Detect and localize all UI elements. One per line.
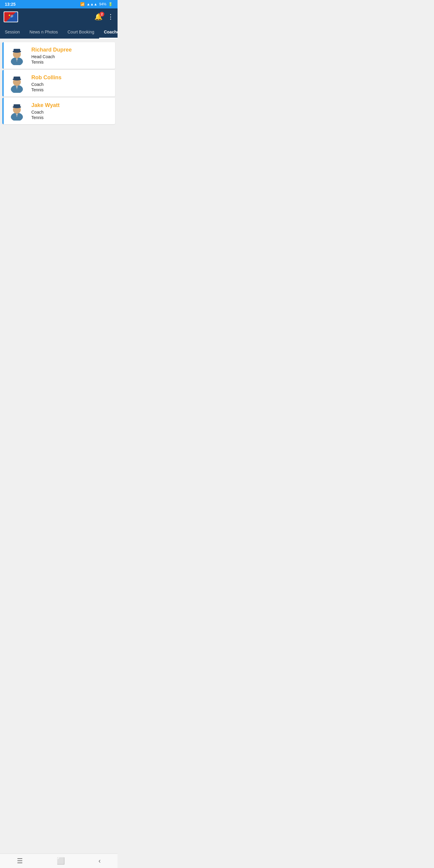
avatar-richard xyxy=(7,46,27,65)
svg-rect-9 xyxy=(13,76,20,80)
battery-icon: 🔋 xyxy=(108,2,113,6)
coach-name-rob: Rob Collins xyxy=(31,74,112,81)
coach-card-jake[interactable]: Jake Wyatt Coach Tennis xyxy=(2,98,115,124)
coach-name-richard: Richard Dupree xyxy=(31,47,112,53)
status-bar: 13:25 📶 ▲▲▲ 94% 🔋 xyxy=(0,0,118,8)
more-menu-icon[interactable]: ⋮ xyxy=(107,13,114,21)
notification-badge: 2 xyxy=(99,12,104,17)
avatar-rob xyxy=(7,73,27,93)
wifi-icon: 📶 xyxy=(80,2,85,6)
coach-info-jake: Jake Wyatt Coach Tennis xyxy=(31,102,112,120)
status-icons: 📶 ▲▲▲ 94% 🔋 xyxy=(80,2,113,6)
signal-icon: ▲▲▲ xyxy=(87,2,97,6)
battery-text: 94% xyxy=(99,2,106,6)
coach-sport-jake: Tennis xyxy=(31,115,112,120)
coach-sport-richard: Tennis xyxy=(31,60,112,64)
coach-avatar-svg-2 xyxy=(7,73,27,93)
coach-role-jake: Coach xyxy=(31,110,112,115)
svg-point-10 xyxy=(16,86,18,88)
tab-session[interactable]: Session xyxy=(0,25,25,38)
notification-bell[interactable]: 🔔 2 xyxy=(94,13,102,21)
tab-coaches[interactable]: Coaches xyxy=(99,25,118,38)
coach-info-rob: Rob Collins Coach Tennis xyxy=(31,74,112,92)
coach-card-rob[interactable]: Rob Collins Coach Tennis xyxy=(2,70,115,96)
app-logo xyxy=(4,11,18,22)
app-bar: 🔔 2 ⋮ xyxy=(0,8,118,25)
coach-avatar-svg xyxy=(7,46,27,65)
svg-rect-3 xyxy=(13,49,20,52)
avatar-jake xyxy=(7,101,27,121)
coach-info-richard: Richard Dupree Head Coach Tennis xyxy=(31,47,112,64)
coach-role-rob: Coach xyxy=(31,82,112,87)
coach-sport-rob: Tennis xyxy=(31,87,112,92)
coach-card-richard[interactable]: Richard Dupree Head Coach Tennis xyxy=(2,42,115,69)
tab-news-photos[interactable]: News n Photos xyxy=(25,25,63,38)
svg-point-4 xyxy=(16,58,18,60)
coach-name-jake: Jake Wyatt xyxy=(31,102,112,108)
coaches-list: Richard Dupree Head Coach Tennis Rob Col… xyxy=(0,38,118,128)
coach-role-richard: Head Coach xyxy=(31,54,112,59)
nav-tabs: Session News n Photos Court Booking Coac… xyxy=(0,25,118,38)
svg-point-16 xyxy=(16,114,18,116)
coach-avatar-svg-3 xyxy=(7,101,27,121)
status-time: 13:25 xyxy=(5,2,16,7)
app-bar-actions: 🔔 2 ⋮ xyxy=(94,13,114,21)
svg-rect-15 xyxy=(13,104,20,107)
tab-court-booking[interactable]: Court Booking xyxy=(63,25,99,38)
